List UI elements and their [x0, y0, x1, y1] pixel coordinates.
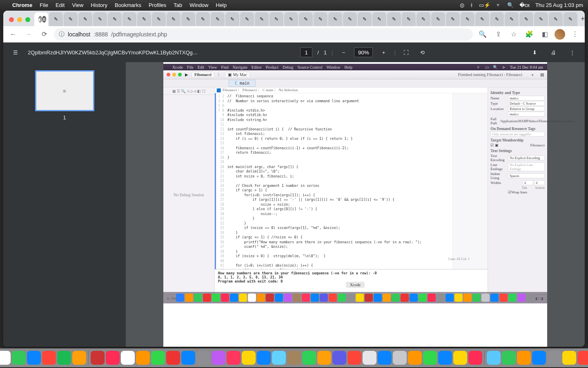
minimize-window-button[interactable] [17, 17, 22, 22]
dock-app-icon[interactable] [121, 351, 135, 365]
tab-inactive[interactable]: ✎ [328, 12, 342, 26]
dock-app-icon[interactable] [468, 351, 482, 365]
tab-inactive[interactable]: ✎ [461, 12, 474, 26]
nav-reload-button[interactable]: ⟳ [38, 29, 50, 40]
tab-inactive[interactable]: ✎ [108, 12, 122, 26]
tab-inactive[interactable]: ✎ [255, 12, 269, 26]
pdf-zoom-in-button[interactable]: + [378, 47, 389, 58]
tab-inactive[interactable]: ✎ [314, 12, 327, 26]
scheme-selector[interactable]: Fibonacci [192, 72, 214, 78]
pdf-rotate-button[interactable]: ⟲ [417, 47, 428, 58]
dock-app-icon[interactable] [242, 351, 256, 365]
pdf-download-button[interactable]: ⬇ [529, 47, 541, 58]
pdf-thumbnail[interactable]: ▦ [35, 70, 94, 111]
sidepanel-button[interactable]: ◧ [539, 29, 550, 40]
bluetooth-icon[interactable]: ᚼ [470, 2, 473, 8]
tab-inactive[interactable]: ✎ [181, 12, 195, 26]
menu-tab[interactable]: Tab [174, 2, 182, 8]
menubar-clock[interactable]: Thu 25 Aug 1:03 pm [535, 2, 583, 8]
dock-app-icon[interactable] [287, 351, 301, 365]
tab-inactive[interactable]: ✎ [358, 12, 372, 26]
indent-using[interactable]: Spaces [508, 173, 545, 178]
dock-app-icon[interactable] [272, 351, 286, 365]
dock-app-icon[interactable] [181, 351, 195, 365]
dock-app-icon[interactable] [42, 351, 56, 365]
tab-inactive[interactable]: ✎ [475, 12, 489, 26]
dock-app-icon[interactable] [0, 351, 11, 365]
device-selector[interactable]: ▣ My Mac [225, 72, 250, 78]
bookmark-button[interactable]: ☆ [508, 29, 519, 40]
dock-app-icon[interactable] [12, 351, 26, 365]
identity-location[interactable]: Relative to Group [508, 106, 545, 111]
dock-app-icon[interactable] [408, 351, 422, 365]
pdf-fit-button[interactable]: ⛶ [401, 47, 412, 58]
dock-app-icon[interactable] [547, 351, 561, 365]
tab-inactive[interactable]: ✎ [240, 12, 254, 26]
tab-inactive[interactable]: ✎ [402, 12, 416, 26]
tab-inactive[interactable]: ✎ [490, 12, 504, 26]
dock-app-icon[interactable] [502, 351, 516, 365]
dock-app-icon[interactable] [227, 351, 241, 365]
dock-app-icon[interactable] [302, 351, 316, 365]
run-button[interactable]: ▶ [185, 72, 188, 77]
dock-app-icon[interactable] [393, 351, 407, 365]
profile-avatar[interactable] [555, 29, 565, 40]
zoom-indicator-icon[interactable]: 🔍 [477, 29, 488, 40]
tab-inactive[interactable]: ✎ [49, 12, 63, 26]
tab-inactive[interactable]: ✎ [416, 12, 430, 26]
tab-inactive[interactable]: ✎ [270, 12, 283, 26]
close-window-button[interactable] [9, 17, 14, 22]
dock-app-icon[interactable] [27, 351, 41, 365]
tab-width[interactable]: 4 [523, 180, 533, 185]
tab-inactive[interactable]: ✎ [93, 12, 107, 26]
dock-app-icon[interactable] [91, 351, 105, 365]
omnibox[interactable]: ⓘ localhost:8888/pdfimageplustext.php [54, 28, 473, 40]
text-encoding[interactable]: No Explicit Encoding [508, 155, 545, 160]
tab-inactive[interactable]: ✎ [137, 12, 151, 26]
tab-inactive[interactable]: ✎ [152, 12, 166, 26]
dock-app-icon[interactable] [196, 351, 210, 365]
tab-inactive[interactable]: ✎ [343, 12, 357, 26]
menu-help[interactable]: Help [216, 2, 227, 8]
navigator-selector[interactable]: ▦ ☰ 🔍 ⚠ ▷ ⎋ ◧ ☐ [163, 88, 214, 95]
tab-active[interactable]: ◐ 🗎 × [34, 12, 48, 26]
identity-type[interactable]: Default - C Source [508, 101, 545, 106]
zoom-window-button[interactable] [25, 17, 30, 22]
screencast-icon[interactable]: ◎ [460, 2, 464, 8]
menu-view[interactable]: View [72, 2, 83, 8]
pdf-page-input[interactable] [300, 47, 312, 57]
dock-app-icon[interactable] [562, 351, 576, 365]
pdf-menu-button[interactable]: ☰ [10, 47, 21, 58]
control-center-icon[interactable]: �ск [519, 2, 530, 8]
dock-app-icon[interactable] [438, 351, 452, 365]
library-button[interactable]: ▤ [540, 72, 544, 77]
dock-app-icon[interactable] [257, 351, 271, 365]
dock-app-icon[interactable] [532, 351, 546, 365]
tab-inactive[interactable]: ✎ [211, 12, 225, 26]
menu-profiles[interactable]: Profiles [149, 2, 166, 8]
dock-app-icon[interactable] [577, 351, 588, 365]
wrap-lines[interactable]: Wrap lines [511, 190, 527, 194]
dock-app-icon[interactable] [136, 351, 150, 365]
menu-edit[interactable]: Edit [56, 2, 65, 8]
tab-inactive[interactable]: ✎ [387, 12, 401, 26]
dock-app-icon[interactable] [212, 351, 225, 365]
share-button[interactable]: ⇪ [492, 29, 504, 40]
dock-app-icon[interactable] [106, 351, 120, 365]
identity-name[interactable]: main.c [508, 96, 545, 101]
dock-app-icon[interactable] [363, 351, 376, 365]
tab-inactive[interactable]: ✎ [564, 12, 577, 26]
extensions-button[interactable]: 🧩 [523, 29, 535, 40]
dock-app-icon[interactable] [347, 351, 361, 365]
editor-tab-main[interactable]: C main [229, 80, 256, 87]
add-tab-button[interactable]: ＋ [530, 72, 535, 78]
pdf-print-button[interactable]: 🖨 [548, 47, 559, 58]
nav-back-button[interactable]: ← [7, 29, 19, 40]
tab-inactive[interactable]: ✎ [299, 12, 313, 26]
tab-inactive[interactable]: ✎ [519, 12, 533, 26]
tab-inactive[interactable]: ✎ [225, 12, 239, 26]
minimap[interactable] [452, 93, 488, 269]
pdf-page-area[interactable]: No, okay yes, ok Moodle Page XcodeFileEd… [126, 62, 585, 347]
chrome-menu-button[interactable]: ⋮ [569, 29, 581, 40]
site-info-icon[interactable]: ⓘ [59, 31, 65, 38]
